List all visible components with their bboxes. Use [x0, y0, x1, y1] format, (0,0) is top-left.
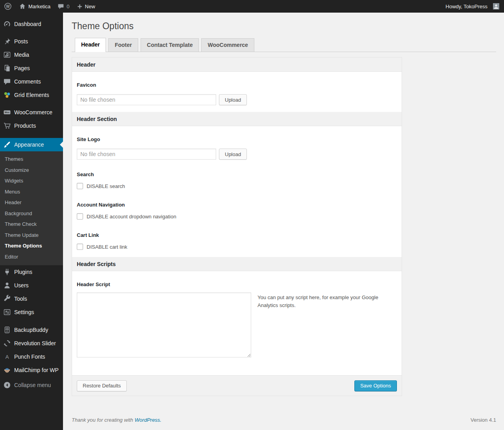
tab-woocommerce[interactable]: WooCommerce: [201, 38, 254, 52]
page-title: Theme Options: [72, 20, 496, 32]
sidebar-item-mailchimp[interactable]: MailChimp for WP: [0, 363, 63, 377]
disable-cart-link-row: DISABLE cart link: [77, 244, 397, 250]
sidebar-item-tools[interactable]: Tools: [0, 292, 63, 305]
cart-link-label: Cart Link: [77, 220, 397, 238]
disable-search-checkbox[interactable]: [77, 183, 83, 189]
disable-account-nav-row: DISABLE account dropdown navigation: [77, 213, 397, 220]
disable-account-nav-checkbox[interactable]: [77, 213, 83, 220]
footer-version: Version 4.1: [471, 417, 496, 423]
tab-contact-template[interactable]: Contact Template: [141, 38, 199, 52]
account-navigation-label: Account Navigation: [77, 189, 397, 208]
submenu-item-background[interactable]: Background: [0, 208, 63, 219]
submenu-item-header[interactable]: Header: [0, 197, 63, 208]
woocommerce-icon: Woo: [3, 108, 11, 116]
new-label: New: [85, 4, 95, 9]
admin-sidebar: Dashboard Posts Media Pages Comments: [0, 13, 63, 430]
home-icon: [19, 3, 26, 10]
site-logo-label: Site Logo: [77, 126, 397, 142]
main-content: Theme Options Header Footer Contact Temp…: [63, 13, 504, 428]
favicon-label: Favicon: [77, 72, 397, 88]
refresh-arrows-icon: [3, 339, 11, 347]
svg-text:Woo: Woo: [5, 111, 10, 114]
sidebar-item-revolution-slider[interactable]: Revolution Slider: [0, 337, 63, 350]
disable-cart-link-checkbox[interactable]: [77, 244, 83, 250]
theme-options-panel: Header Favicon Upload Header Section Sit…: [72, 57, 402, 396]
section-header-header: Header: [72, 58, 402, 72]
sidebar-item-media[interactable]: Media: [0, 48, 63, 61]
sidebar-item-punch-fonts[interactable]: A Punch Fonts: [0, 350, 63, 363]
comment-bubble-icon: [57, 3, 64, 10]
collapse-menu-button[interactable]: Collapse menu: [0, 378, 63, 392]
sidebar-item-backupbuddy[interactable]: BackupBuddy: [0, 323, 63, 337]
save-options-button[interactable]: Save Options: [354, 380, 397, 391]
avatar-person-icon: [493, 3, 499, 9]
howdy-text: Howdy, TokoPress: [446, 4, 487, 9]
sidebar-item-posts[interactable]: Posts: [0, 35, 63, 48]
search-label: Search: [77, 160, 397, 177]
sidebar-item-appearance[interactable]: Appearance: [0, 138, 63, 151]
svg-text:A: A: [6, 354, 9, 360]
dashboard-icon: [3, 20, 11, 28]
section-header-header-section: Header Section: [72, 112, 402, 126]
footer-thanks: Thank you for creating withWordPress.: [72, 417, 161, 423]
disable-search-text: DISABLE search: [87, 183, 125, 189]
letter-a-icon: A: [3, 353, 11, 361]
favicon-file-input[interactable]: [77, 94, 216, 105]
pin-icon: [3, 37, 11, 45]
appearance-submenu: Themes Customize Widgets Menus Header Ba…: [0, 151, 63, 265]
submenu-item-theme-options[interactable]: Theme Options: [0, 240, 63, 251]
sidebar-item-products[interactable]: Products: [0, 119, 63, 132]
submenu-item-widgets[interactable]: Widgets: [0, 175, 63, 186]
brush-icon: [3, 141, 11, 149]
header-script-textarea[interactable]: [77, 292, 251, 357]
sidebar-item-grid-elements[interactable]: Grid Elements: [0, 88, 63, 102]
header-script-label: Header Script: [77, 271, 397, 287]
plugin-icon: [3, 268, 11, 276]
tab-bar: Header Footer Contact Template WooCommer…: [72, 37, 496, 52]
site-name: Marketica: [28, 4, 50, 9]
submenu-item-menus[interactable]: Menus: [0, 186, 63, 197]
page-footer: Thank you for creating withWordPress. Ve…: [72, 417, 496, 428]
media-icon: [3, 51, 11, 59]
sidebar-item-dashboard[interactable]: Dashboard: [0, 17, 63, 31]
disable-search-row: DISABLE search: [77, 183, 397, 189]
panel-footer: Restore Defaults Save Options: [72, 375, 402, 396]
tab-footer[interactable]: Footer: [108, 38, 138, 52]
new-content-button[interactable]: New: [77, 4, 95, 9]
comment-count: 0: [67, 4, 69, 9]
site-name-link[interactable]: Marketica: [19, 3, 50, 10]
comments-shortcut[interactable]: 0: [57, 3, 69, 10]
tab-header[interactable]: Header: [75, 38, 106, 52]
cart-icon: [3, 122, 11, 130]
disable-cart-link-text: DISABLE cart link: [87, 244, 127, 250]
site-logo-file-input[interactable]: [77, 149, 216, 160]
wordpress-logo-icon: W: [4, 2, 12, 10]
sidebar-item-woocommerce[interactable]: Woo WooCommerce: [0, 106, 63, 119]
collapse-circle-icon: [3, 381, 11, 389]
submenu-item-themes[interactable]: Themes: [0, 154, 63, 165]
grid-elements-icon: [3, 91, 11, 99]
sidebar-item-users[interactable]: Users: [0, 279, 63, 292]
favicon-upload-button[interactable]: Upload: [219, 94, 247, 105]
submenu-item-editor[interactable]: Editor: [0, 251, 63, 262]
svg-text:W: W: [6, 4, 10, 9]
wordpress-link[interactable]: WordPress.: [135, 417, 161, 423]
users-icon: [3, 281, 11, 289]
submenu-item-customize[interactable]: Customize: [0, 165, 63, 176]
restore-defaults-button[interactable]: Restore Defaults: [77, 380, 127, 391]
howdy-account-link[interactable]: Howdy, TokoPress: [446, 3, 499, 9]
sidebar-item-plugins[interactable]: Plugins: [0, 265, 63, 279]
sidebar-item-pages[interactable]: Pages: [0, 61, 63, 75]
site-logo-upload-button[interactable]: Upload: [219, 149, 247, 160]
sidebar-item-comments[interactable]: Comments: [0, 75, 63, 88]
plus-icon: [77, 4, 83, 9]
header-script-help: You can put any script here, for example…: [258, 292, 380, 309]
wordpress-logo[interactable]: W: [4, 2, 12, 10]
wrench-icon: [3, 295, 11, 303]
submenu-item-theme-check[interactable]: Theme Check: [0, 219, 63, 230]
sidebar-item-settings[interactable]: Settings: [0, 305, 63, 319]
settings-icon: [3, 308, 11, 316]
disable-account-nav-text: DISABLE account dropdown navigation: [87, 214, 176, 220]
pages-icon: [3, 64, 11, 72]
submenu-item-theme-update[interactable]: Theme Update: [0, 230, 63, 241]
